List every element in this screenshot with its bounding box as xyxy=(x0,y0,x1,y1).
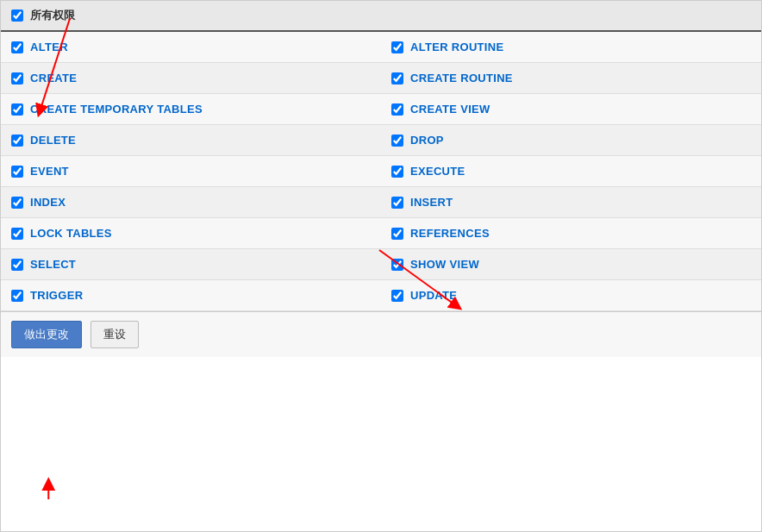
perm-label-right: UPDATE xyxy=(410,289,457,302)
perm-label-left: CREATE TEMPORARY TABLES xyxy=(30,103,203,116)
table-row: CREATE TEMPORARY TABLESCREATE VIEW xyxy=(1,94,761,125)
table-row: LOCK TABLESREFERENCES xyxy=(1,218,761,249)
perm-cell-right: CREATE ROUTINE xyxy=(381,63,761,93)
perm-cell-right: ALTER ROUTINE xyxy=(381,32,761,62)
perm-checkbox-left[interactable] xyxy=(11,290,23,302)
perm-cell-left: LOCK TABLES xyxy=(1,218,381,248)
perm-label-left: LOCK TABLES xyxy=(30,227,112,240)
perm-cell-left: TRIGGER xyxy=(1,280,381,310)
perm-checkbox-left[interactable] xyxy=(11,72,23,84)
perm-cell-right: EXECUTE xyxy=(381,156,761,186)
select-all-label: 所有权限 xyxy=(30,8,75,23)
perm-checkbox-left[interactable] xyxy=(11,228,23,240)
perm-label-right: SHOW VIEW xyxy=(410,258,479,271)
perm-label-left: ALTER xyxy=(30,41,68,53)
perm-cell-left: SELECT xyxy=(1,249,381,279)
perm-label-right: DROP xyxy=(410,134,444,147)
perm-checkbox-right[interactable] xyxy=(391,197,403,209)
table-row: DELETEDROP xyxy=(1,125,761,156)
perm-checkbox-right[interactable] xyxy=(391,135,403,147)
perm-label-right: CREATE ROUTINE xyxy=(410,72,513,84)
perm-checkbox-left[interactable] xyxy=(11,197,23,209)
table-row: EVENTEXECUTE xyxy=(1,156,761,187)
save-button[interactable]: 做出更改 xyxy=(11,321,82,348)
perm-cell-left: INDEX xyxy=(1,187,381,217)
perm-cell-left: EVENT xyxy=(1,156,381,186)
table-row: INDEXINSERT xyxy=(1,187,761,218)
perm-label-left: TRIGGER xyxy=(30,289,83,302)
perm-cell-right: SHOW VIEW xyxy=(381,249,761,279)
perm-checkbox-left[interactable] xyxy=(11,166,23,178)
perm-label-left: CREATE xyxy=(30,72,77,84)
table-row: CREATECREATE ROUTINE xyxy=(1,63,761,94)
perm-label-right: INSERT xyxy=(410,196,453,209)
select-all-row: 所有权限 xyxy=(1,1,761,32)
perm-label-right: EXECUTE xyxy=(410,165,465,178)
table-row: TRIGGERUPDATE xyxy=(1,280,761,311)
perm-checkbox-right[interactable] xyxy=(391,41,403,53)
perm-checkbox-right[interactable] xyxy=(391,72,403,84)
perm-cell-right: DROP xyxy=(381,125,761,155)
perm-checkbox-left[interactable] xyxy=(11,41,23,53)
perm-checkbox-left[interactable] xyxy=(11,135,23,147)
perm-checkbox-right[interactable] xyxy=(391,166,403,178)
permissions-panel: 所有权限 ALTERALTER ROUTINECREATECREATE ROUT… xyxy=(0,0,762,532)
perm-label-right: REFERENCES xyxy=(410,227,490,240)
perm-checkbox-right[interactable] xyxy=(391,259,403,271)
perm-label-left: SELECT xyxy=(30,258,76,271)
reset-button[interactable]: 重设 xyxy=(91,321,139,348)
perm-cell-right: CREATE VIEW xyxy=(381,94,761,124)
perm-checkbox-left[interactable] xyxy=(11,259,23,271)
permissions-grid: ALTERALTER ROUTINECREATECREATE ROUTINECR… xyxy=(1,32,761,311)
perm-label-right: ALTER ROUTINE xyxy=(410,41,503,53)
perm-label-right: CREATE VIEW xyxy=(410,103,490,116)
perm-cell-left: DELETE xyxy=(1,125,381,155)
perm-cell-left: ALTER xyxy=(1,32,381,62)
perm-cell-left: CREATE TEMPORARY TABLES xyxy=(1,94,381,124)
table-row: SELECTSHOW VIEW xyxy=(1,249,761,280)
perm-checkbox-right[interactable] xyxy=(391,103,403,116)
perm-checkbox-right[interactable] xyxy=(391,290,403,302)
perm-label-left: DELETE xyxy=(30,134,76,147)
select-all-checkbox[interactable] xyxy=(11,9,23,22)
perm-checkbox-right[interactable] xyxy=(391,228,403,240)
perm-cell-right: INSERT xyxy=(381,187,761,217)
perm-cell-left: CREATE xyxy=(1,63,381,93)
perm-cell-right: UPDATE xyxy=(381,280,761,310)
perm-checkbox-left[interactable] xyxy=(11,103,23,116)
footer-row: 做出更改 重设 xyxy=(1,311,761,357)
perm-cell-right: REFERENCES xyxy=(381,218,761,248)
perm-label-left: EVENT xyxy=(30,165,69,178)
perm-label-left: INDEX xyxy=(30,196,66,209)
table-row: ALTERALTER ROUTINE xyxy=(1,32,761,63)
